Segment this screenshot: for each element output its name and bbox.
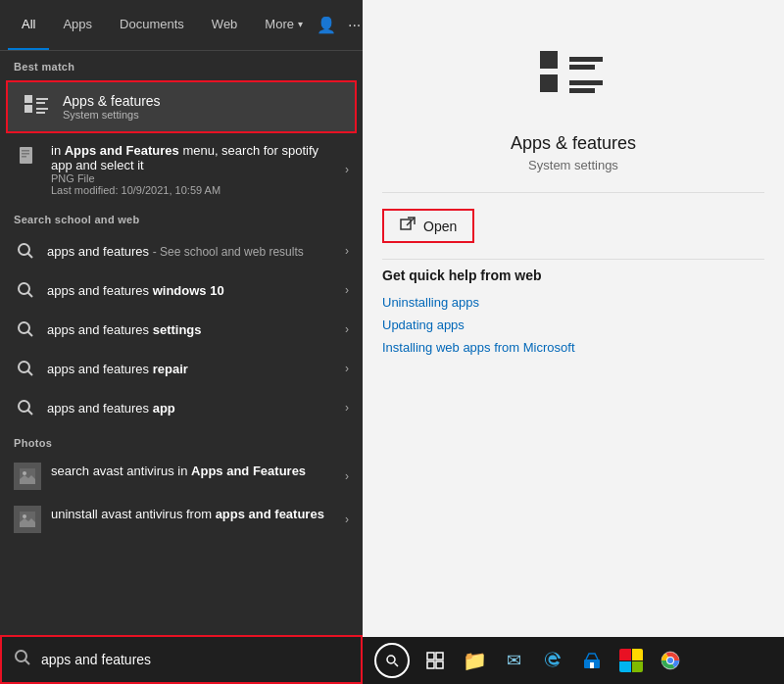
svg-rect-3 (36, 102, 45, 104)
svg-rect-1 (24, 105, 32, 113)
taskbar-mail-icon[interactable]: ✉ (496, 643, 531, 678)
open-button-area: Open (363, 193, 784, 259)
svg-point-21 (23, 471, 26, 475)
taskbar-game-icon[interactable] (613, 643, 649, 678)
svg-rect-36 (427, 653, 434, 660)
file-icon (14, 143, 41, 171)
photo-item-1[interactable]: search avast antivirus in Apps and Featu… (0, 455, 363, 498)
web-item-5[interactable]: apps and features app › (0, 388, 363, 427)
open-label: Open (423, 219, 457, 234)
best-match-item[interactable]: Apps & features System settings (6, 80, 357, 133)
web-arrow-icon-5: › (345, 401, 349, 415)
svg-rect-0 (24, 95, 32, 103)
file-text: in Apps and Features menu, search for sp… (51, 143, 341, 196)
search-input-bar (0, 635, 363, 684)
svg-point-44 (667, 658, 673, 663)
search-school-label: Search school and web (0, 204, 363, 231)
svg-line-15 (28, 332, 33, 337)
web-item-4[interactable]: apps and features repair › (0, 349, 363, 388)
web-arrow-icon-3: › (345, 322, 349, 336)
taskbar: 📁 ✉ (363, 637, 784, 684)
tab-web[interactable]: Web (198, 0, 252, 50)
svg-point-16 (19, 362, 29, 372)
svg-rect-4 (36, 108, 48, 110)
taskbar-explorer-icon[interactable]: 📁 (457, 643, 492, 678)
svg-rect-8 (22, 153, 29, 155)
photo-item-1-text: search avast antivirus in Apps and Featu… (51, 463, 341, 480)
web-item-1[interactable]: apps and features - See school and web r… (0, 231, 363, 270)
best-match-subtitle: System settings (63, 109, 161, 121)
search-input[interactable] (41, 652, 349, 667)
search-web-icon-3 (14, 318, 37, 341)
photos-section-label: Photos (0, 427, 363, 455)
svg-point-23 (23, 514, 26, 518)
tab-bar: All Apps Documents Web More ▾ 👤 ··· (0, 0, 363, 51)
chevron-down-icon: ▾ (298, 19, 303, 29)
web-item-2-text: apps and features windows 10 (47, 283, 345, 298)
search-web-icon-2 (14, 278, 37, 302)
photo-item-2-text: uninstall avast antivirus from apps and … (51, 506, 341, 523)
tab-documents[interactable]: Documents (106, 0, 198, 50)
taskbar-chrome-icon[interactable] (653, 643, 688, 678)
svg-rect-9 (22, 156, 26, 158)
svg-rect-32 (401, 220, 411, 229)
file-result-item[interactable]: in Apps and Features menu, search for sp… (0, 135, 363, 204)
web-item-1-text: apps and features - See school and web r… (47, 244, 345, 259)
svg-rect-5 (36, 112, 45, 114)
web-arrow-icon-1: › (345, 244, 349, 258)
web-item-4-text: apps and features repair (47, 362, 345, 376)
tab-apps[interactable]: Apps (49, 0, 106, 50)
svg-point-14 (19, 322, 29, 333)
open-button[interactable]: Open (382, 209, 474, 243)
search-web-icon-4 (14, 357, 37, 380)
svg-point-18 (19, 401, 29, 412)
svg-rect-38 (427, 661, 434, 668)
tab-all[interactable]: All (8, 0, 49, 50)
tab-more[interactable]: More ▾ (251, 0, 317, 50)
svg-line-19 (28, 411, 33, 415)
photo-arrow-1: › (345, 469, 349, 483)
web-item-3[interactable]: apps and features settings › (0, 310, 363, 349)
svg-line-25 (25, 660, 30, 665)
taskbar-taskview-icon[interactable] (417, 643, 453, 678)
more-icon[interactable]: ··· (348, 17, 361, 34)
svg-rect-41 (590, 662, 594, 668)
svg-point-34 (387, 656, 395, 663)
svg-rect-37 (436, 653, 443, 660)
tab-bar-actions: 👤 ··· (317, 16, 361, 34)
file-title: in Apps and Features menu, search for sp… (51, 143, 341, 172)
app-large-icon (534, 39, 612, 118)
web-arrow-icon-4: › (345, 362, 349, 375)
quick-help-link-3[interactable]: Installing web apps from Microsoft (382, 340, 764, 355)
taskbar-store-icon[interactable] (574, 643, 610, 678)
best-match-title: Apps & features (63, 93, 161, 109)
quick-help-link-2[interactable]: Updating apps (382, 318, 764, 332)
web-item-2[interactable]: apps and features windows 10 › (0, 270, 363, 310)
taskbar-search-button[interactable] (374, 643, 410, 678)
svg-rect-6 (20, 147, 32, 164)
search-panel: All Apps Documents Web More ▾ 👤 ··· Best… (0, 0, 363, 684)
svg-rect-39 (436, 661, 443, 668)
svg-line-13 (28, 293, 33, 298)
quick-help-area: Get quick help from web Uninstalling app… (363, 260, 784, 370)
quick-help-title: Get quick help from web (382, 268, 764, 283)
web-item-5-text: apps and features app (47, 401, 345, 415)
taskbar-edge-icon[interactable] (535, 643, 570, 678)
app-detail-header: Apps & features System settings (363, 0, 784, 192)
search-web-icon (14, 239, 37, 263)
svg-rect-27 (540, 74, 558, 92)
file-modified: Last modified: 10/9/2021, 10:59 AM (51, 184, 341, 196)
svg-point-12 (19, 283, 29, 294)
person-icon[interactable]: 👤 (317, 16, 336, 34)
svg-rect-26 (540, 51, 558, 69)
svg-rect-2 (36, 98, 48, 100)
photo-item-2[interactable]: uninstall avast antivirus from apps and … (0, 498, 363, 541)
quick-help-link-1[interactable]: Uninstalling apps (382, 295, 764, 310)
search-web-icon-5 (14, 396, 37, 419)
web-item-3-text: apps and features settings (47, 322, 345, 337)
file-arrow-icon: › (345, 163, 349, 176)
web-arrow-icon-2: › (345, 283, 349, 297)
svg-rect-31 (569, 88, 595, 93)
svg-rect-30 (569, 80, 603, 85)
svg-point-24 (16, 651, 26, 661)
